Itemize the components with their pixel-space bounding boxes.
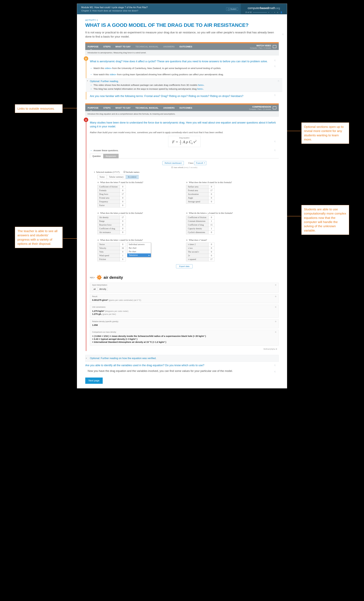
table-row: v two0: [186, 246, 214, 250]
table-row: Coefficient of friction0: [186, 216, 214, 220]
activity-tab-steps[interactable]: STEPS: [101, 43, 113, 50]
tab-question[interactable]: Question: [90, 154, 103, 158]
progress-bar: [253, 12, 267, 13]
activity-tab-outcomes[interactable]: OUTCOMES: [177, 105, 195, 111]
popout-icon[interactable]: ⇱: [274, 120, 276, 123]
dropdown-item[interactable]: Bar chart: [127, 246, 151, 250]
question-title: What does the letter ρ stand for in this…: [97, 212, 177, 214]
class-select[interactable]: France6: [194, 161, 206, 165]
table-row: Average speed0: [186, 200, 214, 204]
table-row: Wind speed1: [98, 254, 126, 258]
table-row: Volts0: [98, 250, 126, 254]
gear-icon[interactable]: ⚙: [275, 284, 276, 286]
activity-caption: Introduction to aerodynamics. Measuring …: [85, 50, 279, 55]
closing-paragraph: Now you have the drag equation and the v…: [85, 369, 279, 373]
view-dropdown[interactable]: Individual answersBar chartPie chartTabu…: [127, 242, 151, 257]
selected-students[interactable]: Selected students (17/17): [96, 171, 120, 173]
activity-tab-what-to-say[interactable]: WHAT TO SAY: [113, 43, 133, 50]
dropdown-item[interactable]: Pie chart: [127, 250, 151, 253]
wolfram-query[interactable]: air density: [104, 275, 123, 280]
nav-user-icon[interactable]: 👤: [280, 11, 283, 13]
callout-links: Links to outside resources.: [15, 104, 63, 113]
nav-prev-icon[interactable]: ‹: [272, 11, 272, 13]
activity-caption-2: Introduce the drag equation and do a com…: [85, 111, 279, 117]
nav-first-icon[interactable]: ⇤: [268, 11, 270, 13]
popout-icon[interactable]: ⇱: [282, 33, 284, 36]
auto-refresh-checkbox[interactable]: ☑ Auto refresh: [171, 166, 183, 169]
popout-icon[interactable]: ⇱: [274, 65, 276, 68]
chapter-title: Chapter 3: How much does air resistance …: [81, 9, 222, 12]
gear-icon[interactable]: ⚙: [275, 306, 276, 308]
question-block: What does the letter v stand for in this…: [97, 239, 177, 261]
callout-teacher: The teacher is able to see all answers a…: [15, 227, 63, 248]
popout-icon[interactable]: ⇱: [274, 370, 276, 374]
optional-block[interactable]: Optional: Further reading. → This video …: [86, 78, 282, 92]
table-row: Formula0: [98, 189, 126, 192]
dropdown-item[interactable]: Individual answers: [127, 243, 151, 246]
gear-icon[interactable]: ⚙: [275, 331, 276, 333]
question-block: What does the letter A stand for in this…: [186, 181, 266, 207]
question-block: What do the letters c_d stand for in thi…: [186, 212, 266, 234]
table-row: Acceleration0: [186, 192, 214, 196]
response-table: Surface area0Frontal area17Acceleration0…: [186, 185, 214, 204]
screen-icon: [273, 106, 276, 109]
wolfram-icon: =: [96, 275, 102, 280]
activity-tab-purpose[interactable]: PURPOSE: [85, 43, 101, 50]
view-status[interactable]: Status: [97, 175, 107, 179]
activity-tab-technical-manual[interactable]: TECHNICAL MANUAL: [133, 105, 161, 111]
circle-icon: ◯: [228, 8, 230, 10]
optional-link-1[interactable]: here»: [198, 84, 204, 86]
student-button[interactable]: ◯ Student: [226, 8, 238, 11]
gear-icon[interactable]: ⚙: [275, 295, 276, 298]
activity-tab-purpose[interactable]: PURPOSE: [85, 105, 101, 111]
wolfram-card: Result:⚙0.001275 g/cm³ (grams per cubic …: [90, 294, 279, 303]
view-incontext[interactable]: In context: [126, 175, 139, 179]
activity-question: Many studies have been done to understan…: [90, 121, 279, 128]
arrow-icon: →: [90, 73, 92, 76]
auto-refresh-sub: (every 5 seconds): [184, 166, 197, 169]
popout-icon[interactable]: ⇱: [274, 59, 276, 62]
optional-closed[interactable]: Optional: Further reading on how the equ…: [85, 355, 279, 362]
activity-tab-technical-manual[interactable]: TECHNICAL MANUAL: [133, 43, 161, 50]
activity-tab-outcomes[interactable]: OUTCOMES: [177, 43, 195, 50]
brand-logo: computerbasedmath.org: [245, 6, 283, 10]
arrow-icon: →: [90, 149, 92, 152]
popout-icon[interactable]: ⇱: [278, 80, 280, 82]
screen-icon: [273, 45, 276, 48]
response-table: Coefficient of friction0Formula0Drag for…: [97, 185, 126, 207]
nav-home-icon[interactable]: ⌂: [277, 11, 278, 13]
question-title: What do the letters c_d stand for in thi…: [186, 212, 266, 214]
question-title: What does the letter A stand for in this…: [186, 181, 266, 184]
table-row: Coefficient of drag0: [98, 227, 126, 231]
view-tabular[interactable]: Tabular summary: [107, 175, 126, 179]
video-link-1[interactable]: video»: [105, 67, 112, 70]
popout-icon[interactable]: ⇱: [274, 140, 276, 143]
activity-label: ACTIVITY 1: [85, 19, 279, 21]
popout-icon[interactable]: ⇱: [274, 149, 276, 152]
export-button[interactable]: Export data: [176, 264, 192, 268]
table-row: Coefficient of drag15: [186, 223, 214, 227]
dropdown-item[interactable]: Tabulation: [127, 253, 151, 257]
familiarity-question: Are you now familiar with the following …: [90, 94, 279, 98]
answer-prompt: Answer these questions.: [93, 149, 119, 152]
video-link-2[interactable]: video»: [110, 73, 117, 76]
tab-responses[interactable]: Responses: [103, 154, 119, 158]
nav-next-icon[interactable]: ›: [274, 11, 275, 13]
drag-equation: F = 12 A ρ Cd v2: [172, 140, 196, 145]
popout-icon[interactable]: ⇱: [274, 94, 276, 97]
next-page-button[interactable]: Next page: [85, 378, 103, 384]
table-row: Factor0: [98, 204, 126, 207]
optional-link-2[interactable]: here»: [197, 88, 203, 90]
wolfram-card: Comparisons as mass density:⚙≈ ( 0.064 ×…: [90, 330, 279, 346]
activity-tab-answers[interactable]: ANSWERS: [161, 43, 177, 50]
popout-icon[interactable]: ⇱: [274, 364, 276, 367]
activity-tab-what-to-say[interactable]: WHAT TO SAY: [113, 105, 133, 111]
activity-tab-steps[interactable]: STEPS: [101, 105, 113, 111]
activity-note: Rather than build your own model every t…: [90, 131, 279, 134]
include-names-checkbox[interactable]: ☑ Include names: [123, 171, 140, 173]
gear-icon[interactable]: ⚙: [275, 321, 276, 322]
refresh-button[interactable]: Refresh dashboard: [162, 161, 184, 165]
activity-tab-answers[interactable]: ANSWERS: [161, 105, 177, 111]
timeline-badge-a: A: [84, 118, 88, 122]
intro-text: It is not easy or practical to do an exp…: [85, 30, 279, 39]
